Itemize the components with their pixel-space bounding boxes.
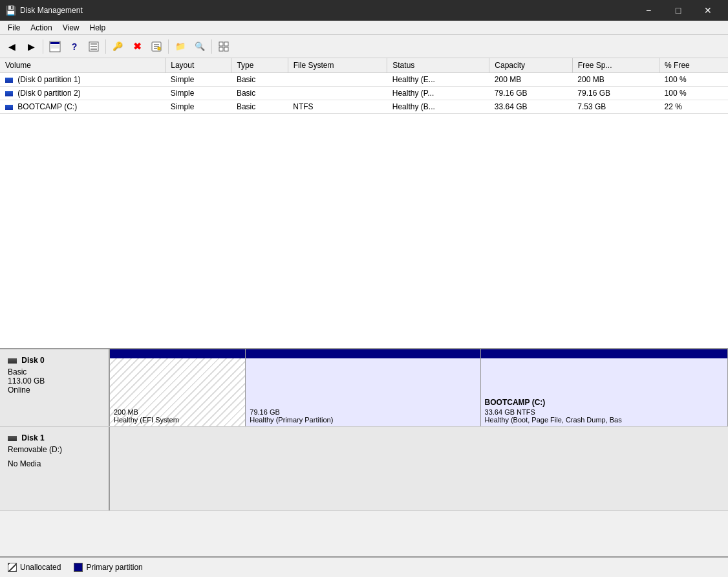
- partition3-header: [481, 349, 727, 358]
- partition1-content: 200 MB Healthy (EFI System: [114, 408, 241, 424]
- disk0-partition2[interactable]: 79.16 GB Healthy (Primary Partition): [246, 349, 480, 426]
- app-title: Disk Management: [20, 6, 83, 15]
- disk1-type: Removable (D:): [8, 445, 101, 454]
- svg-rect-15: [224, 42, 228, 46]
- disk0-type: Basic: [8, 367, 101, 376]
- partition2-status: Healthy (Primary Partition): [250, 416, 476, 424]
- toolbar: ◀ ▶ ? 🔑 ✖ 📁 🔍: [0, 35, 728, 58]
- key-button[interactable]: 🔑: [109, 38, 127, 56]
- cell-volume: (Disk 0 partition 2): [0, 87, 166, 100]
- partition2-size: 79.16 GB: [250, 408, 476, 416]
- cell-fs: [288, 73, 387, 87]
- search-button[interactable]: 🔍: [191, 38, 209, 56]
- disk1-icon: [8, 436, 17, 441]
- menu-help[interactable]: Help: [85, 22, 111, 34]
- disk1-extra: No Media: [8, 459, 101, 468]
- cell-status: Healthy (B...: [387, 100, 489, 114]
- table-row[interactable]: BOOTCAMP (C:) Simple Basic NTFS Healthy …: [0, 100, 728, 114]
- disk0-status: Online: [8, 386, 101, 395]
- minimize-button[interactable]: −: [634, 0, 663, 21]
- cell-volume: (Disk 0 partition 1): [0, 73, 166, 87]
- col-free[interactable]: Free Sp...: [572, 58, 659, 73]
- folder-button[interactable]: 📁: [171, 38, 189, 56]
- table-row[interactable]: (Disk 0 partition 2) Simple Basic Health…: [0, 87, 728, 100]
- disk0-partition3[interactable]: BOOTCAMP (C:) 33.64 GB NTFS Healthy (Boo…: [481, 349, 728, 426]
- disk0-partitions: 200 MB Healthy (EFI System 79.16 GB Heal…: [110, 349, 728, 426]
- close-button[interactable]: ✕: [693, 0, 723, 21]
- svg-rect-1: [50, 42, 59, 44]
- title-bar: 💾 Disk Management − □ ✕: [0, 0, 728, 21]
- volume-icon: [5, 105, 13, 110]
- partition2-header: [246, 349, 480, 358]
- properties-button[interactable]: [147, 38, 166, 56]
- title-bar-controls: − □ ✕: [634, 0, 723, 21]
- col-volume[interactable]: Volume: [0, 58, 166, 73]
- maximize-button[interactable]: □: [663, 0, 693, 21]
- disk0-size: 113.00 GB: [8, 376, 101, 386]
- menu-action[interactable]: Action: [25, 22, 57, 34]
- legend-unallocated: Unallocated: [8, 563, 61, 572]
- cell-type: Basic: [231, 73, 288, 87]
- cell-percent: 22 %: [659, 100, 728, 114]
- title-bar-left: 💾 Disk Management: [5, 5, 83, 16]
- cell-fs: [288, 87, 387, 100]
- table-row[interactable]: (Disk 0 partition 1) Simple Basic Health…: [0, 73, 728, 87]
- disk0-partition1[interactable]: 200 MB Healthy (EFI System: [110, 349, 246, 426]
- col-filesystem[interactable]: File System: [288, 58, 387, 73]
- svg-rect-14: [219, 42, 223, 46]
- col-capacity[interactable]: Capacity: [489, 58, 573, 73]
- cell-free: 200 MB: [572, 73, 659, 87]
- menu-file[interactable]: File: [3, 22, 25, 34]
- disk0-icon: [8, 358, 17, 364]
- list-button[interactable]: [85, 38, 103, 56]
- main-content: Volume Layout Type File System Status Ca…: [0, 58, 728, 577]
- partition3-status: Healthy (Boot, Page File, Crash Dump, Ba…: [485, 416, 723, 424]
- disk0-name: Disk 0: [8, 356, 101, 365]
- cell-percent: 100 %: [659, 87, 728, 100]
- col-type[interactable]: Type: [231, 58, 288, 73]
- col-status[interactable]: Status: [387, 58, 489, 73]
- disk-view-area[interactable]: Disk 0 Basic 113.00 GB Online 200 MB Hea…: [0, 349, 728, 556]
- view-button[interactable]: [215, 38, 233, 56]
- cell-free: 79.16 GB: [572, 87, 659, 100]
- partition1-size: 200 MB: [114, 408, 241, 416]
- disk1-partitions: [110, 427, 728, 510]
- volume-icon: [5, 91, 13, 96]
- cell-type: Basic: [231, 100, 288, 114]
- col-percent[interactable]: % Free: [659, 58, 728, 73]
- app-icon: 💾: [5, 5, 16, 16]
- help-button[interactable]: ?: [65, 38, 83, 56]
- legend-primary-box: [74, 563, 83, 572]
- col-layout[interactable]: Layout: [166, 58, 231, 73]
- menu-bar: File Action View Help: [0, 21, 728, 35]
- disk1-name: Disk 1: [8, 433, 101, 442]
- cell-percent: 100 %: [659, 73, 728, 87]
- volume-table-area[interactable]: Volume Layout Type File System Status Ca…: [0, 58, 728, 349]
- cell-fs: NTFS: [288, 100, 387, 114]
- cell-capacity: 33.64 GB: [489, 100, 573, 114]
- menu-view[interactable]: View: [58, 22, 85, 34]
- table-header-row: Volume Layout Type File System Status Ca…: [0, 58, 728, 73]
- partition2-content: 79.16 GB Healthy (Primary Partition): [250, 408, 476, 424]
- partition3-content: BOOTCAMP (C:) 33.64 GB NTFS Healthy (Boo…: [485, 398, 723, 424]
- cell-capacity: 79.16 GB: [489, 87, 573, 100]
- forward-button[interactable]: ▶: [22, 38, 40, 56]
- legend-primary-label: Primary partition: [86, 563, 142, 572]
- cell-status: Healthy (P...: [387, 87, 489, 100]
- svg-rect-13: [158, 47, 160, 50]
- cell-type: Basic: [231, 87, 288, 100]
- disk1-row: Disk 1 Removable (D:) No Media: [0, 427, 728, 511]
- console-button[interactable]: [46, 38, 64, 56]
- cell-layout: Simple: [166, 73, 231, 87]
- svg-rect-16: [219, 47, 223, 51]
- partition1-status: Healthy (EFI System: [114, 416, 241, 424]
- cell-status: Healthy (E...: [387, 73, 489, 87]
- cell-layout: Simple: [166, 87, 231, 100]
- disk0-label: Disk 0 Basic 113.00 GB Online: [0, 349, 110, 426]
- cell-free: 7.53 GB: [572, 100, 659, 114]
- volume-table: Volume Layout Type File System Status Ca…: [0, 58, 728, 114]
- svg-rect-17: [224, 47, 228, 51]
- partition3-size: 33.64 GB NTFS: [485, 408, 723, 416]
- delete-button[interactable]: ✖: [128, 38, 146, 56]
- back-button[interactable]: ◀: [3, 38, 21, 56]
